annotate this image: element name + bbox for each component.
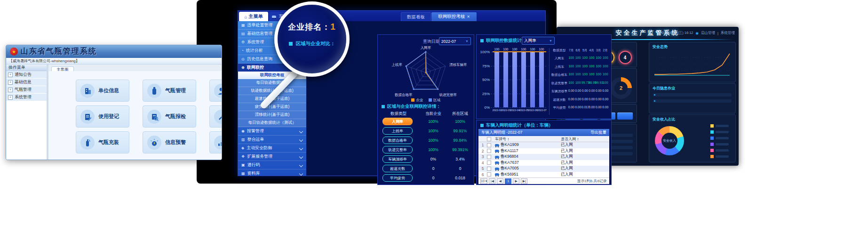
table-row[interactable]: 6鲁K56951已入网: [478, 172, 609, 178]
row-checkbox[interactable]: [487, 143, 491, 147]
table-row[interactable]: 5鲁KA7005已入网: [478, 166, 609, 172]
tab-active-1[interactable]: 联网联控考核✕: [431, 12, 477, 21]
month-value: 100: [568, 81, 575, 84]
bar: [530, 52, 535, 107]
sidebar-item-16[interactable]: ❖扩展服务管理: [238, 153, 306, 161]
metric-filter-dropdown[interactable]: 入网率▼: [522, 37, 555, 45]
vehicle-chip[interactable]: [617, 112, 633, 120]
current-page[interactable]: 1: [505, 178, 511, 184]
legend-swatch: [710, 149, 714, 152]
list-item[interactable]: [653, 99, 732, 103]
table-row[interactable]: 2鲁KA1117已入网: [478, 148, 609, 154]
system-menu-link[interactable]: 系统管理: [721, 31, 735, 35]
user-name[interactable]: 启山管理: [701, 31, 715, 35]
detail-value: 99.91%: [448, 129, 472, 133]
expand-plus-icon[interactable]: +: [8, 95, 13, 100]
sidebar-item-15[interactable]: ◈主动安全防御: [238, 144, 306, 153]
sidebar-item-label: 系统管理: [247, 39, 264, 45]
metric-button-4[interactable]: 车辆漂移率: [382, 155, 413, 163]
datetime-label: 2022/06/02(三) 16:12: [660, 31, 693, 35]
select-all-checkbox[interactable]: [487, 137, 491, 141]
chevron-down-icon: [299, 171, 303, 175]
last-page-button[interactable]: ▶|: [521, 178, 527, 184]
query-date-dropdown[interactable]: 2022-07▼: [439, 37, 471, 45]
feature-card-clipped[interactable]: [209, 131, 222, 153]
tab-close-icon[interactable]: ✕: [467, 15, 470, 19]
expand-plus-icon[interactable]: +: [8, 88, 13, 92]
row-checkbox[interactable]: [487, 167, 491, 171]
metric-button-6[interactable]: 平均疲劳: [382, 174, 413, 182]
sidebar-item-18[interactable]: ▦资料库: [238, 169, 306, 176]
feature-card-clipped[interactable]: [209, 105, 222, 128]
nav-item[interactable]: +基础信息: [6, 79, 47, 86]
metric-button-5[interactable]: 超速次数: [382, 165, 413, 172]
plate-text: 鲁KA1117: [501, 148, 518, 154]
feature-card-1[interactable]: 单位信息: [76, 80, 129, 102]
month-header: 7月: [568, 48, 575, 53]
feature-card-2[interactable]: 气瓶管理: [143, 80, 196, 102]
chevron-down-icon: [299, 146, 303, 150]
table-row[interactable]: 1鲁KA1909已入网: [478, 142, 609, 148]
panel-divider: [549, 48, 549, 115]
tab-main-menu[interactable]: ⌂ 主菜单: [239, 12, 268, 21]
table-row[interactable]: 4鲁KA7637已入网: [478, 160, 609, 166]
sidebar-item-label: 每日轨迹数据统计（测试）: [248, 120, 296, 126]
row-checkbox[interactable]: [487, 155, 491, 159]
stats-title: 联网联控数据统计: [480, 38, 522, 44]
feature-card-3[interactable]: 使用登记: [76, 105, 129, 128]
sidebar-item-10[interactable]: 疲劳统计(基于运政): [238, 103, 306, 111]
next-page-button[interactable]: ▶: [513, 178, 519, 184]
plate-column-header[interactable]: 车牌号 ↕: [495, 137, 561, 142]
first-page-button[interactable]: |◀: [489, 178, 495, 184]
vehicle-tab-label[interactable]: 车辆入网明细 -2022-07: [481, 130, 522, 136]
waybill-icon: ▥: [241, 137, 245, 142]
metric-button-3[interactable]: 轨迹完整率: [382, 146, 413, 153]
list-item[interactable]: [653, 93, 732, 96]
sidebar-item-14[interactable]: ▥整合运单: [238, 136, 306, 144]
legend-item: 区域: [429, 98, 440, 103]
overlay-line: [493, 51, 546, 52]
page-size-select[interactable]: 10 ▾: [480, 178, 487, 184]
expand-plus-icon[interactable]: +: [8, 80, 13, 85]
month-row-label: 入网车: [551, 56, 568, 61]
income-donut-chart: 安全收入: [655, 126, 684, 155]
y-axis-tick: 25%: [478, 92, 490, 96]
month-header: 4月: [589, 48, 596, 53]
feature-card-4[interactable]: 气瓶报检: [143, 105, 196, 128]
nav-item[interactable]: +气瓶管理: [6, 86, 47, 94]
prev-page-button[interactable]: ◀: [497, 178, 503, 184]
cylinder-app-main: 单位信息气瓶管理使用登记气瓶报检气瓶充装信息预警: [48, 71, 222, 160]
feature-card-clipped[interactable]: [209, 80, 222, 102]
month-value: 0.00: [595, 105, 602, 109]
table-row[interactable]: 3鲁K96804已入网: [478, 154, 609, 160]
car-icon: [495, 144, 499, 146]
sidebar-item-12[interactable]: 每日轨迹数据统计（测试）: [238, 119, 306, 127]
month-header: 5月: [581, 48, 589, 53]
nav-item-label: 气瓶管理: [15, 87, 32, 93]
row-checkbox[interactable]: [487, 172, 491, 177]
network-control-icon: ⊕: [241, 65, 245, 70]
export-button[interactable]: 导出批量: [590, 130, 606, 136]
metric-button-2[interactable]: 数据合格率: [382, 137, 413, 144]
tab-idle-0[interactable]: 数据看板: [401, 12, 431, 22]
feature-card-5[interactable]: 气瓶充装: [76, 131, 129, 153]
sidebar-item-17[interactable]: ▣通行码: [238, 161, 306, 169]
row-checkbox[interactable]: [487, 161, 491, 165]
expand-plus-icon[interactable]: +: [8, 72, 13, 77]
sidebar-item-7[interactable]: 每日轨迹数据统计: [238, 79, 306, 87]
sidebar-item-11[interactable]: 漂移统计(基于运政): [238, 111, 306, 119]
legend-label: 区域: [433, 98, 440, 102]
month-value: 100: [602, 72, 609, 76]
status-column-header[interactable]: 是否入网 ↕: [561, 137, 579, 142]
nav-item[interactable]: +系统管理: [6, 94, 47, 101]
metric-button-1[interactable]: 上线率: [382, 127, 413, 135]
cylinder-app-nav: 操作菜单 +通知公告+基础信息+气瓶管理+系统管理: [6, 64, 47, 160]
car-icon: [495, 161, 499, 164]
sidebar-item-13[interactable]: ◉报警管理: [238, 127, 306, 136]
metric-button-0[interactable]: 入网率: [382, 118, 413, 125]
row-checkbox[interactable]: [487, 149, 491, 153]
splitter-handle[interactable]: [47, 64, 48, 160]
nav-item[interactable]: +通知公告: [6, 71, 47, 79]
row-number: 4: [478, 161, 487, 165]
feature-card-6[interactable]: 信息预警: [143, 131, 196, 153]
